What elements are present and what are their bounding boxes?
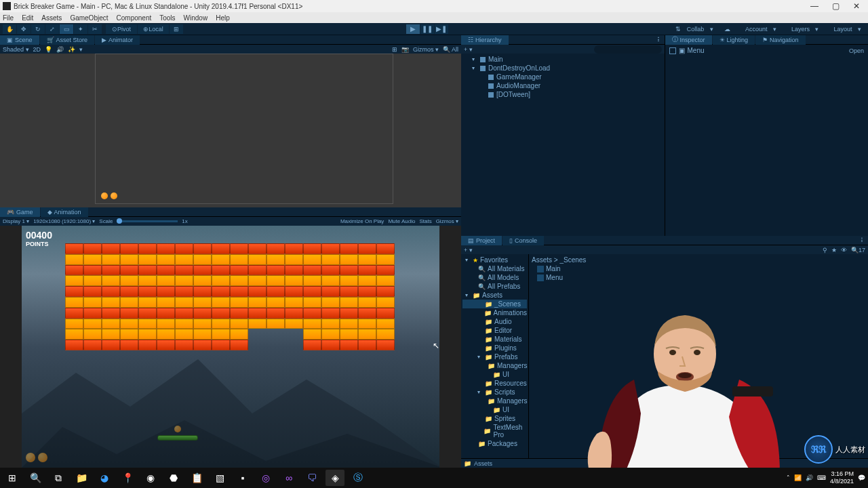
hidden-toggle-icon[interactable]: ▾ bbox=[79, 46, 83, 53]
folder-prefabs[interactable]: ▾📁 Prefabs bbox=[462, 352, 527, 361]
rotate-tool[interactable]: ↻ bbox=[31, 24, 45, 34]
menu-gameobject[interactable]: GameObject bbox=[70, 14, 108, 22]
play-button[interactable]: ▶ bbox=[406, 24, 420, 34]
steam-icon[interactable]: ◉ bbox=[141, 470, 160, 486]
folder-audio[interactable]: 📁 Audio bbox=[462, 317, 527, 326]
display-dropdown[interactable]: Display 1 ▾ bbox=[3, 218, 29, 224]
filter-icon[interactable]: ⚲ bbox=[823, 247, 827, 253]
favorite-search[interactable]: 🔍 All Prefabs bbox=[462, 282, 527, 291]
skype-icon[interactable]: Ⓢ bbox=[349, 470, 368, 486]
app-icon-1[interactable]: ⬣ bbox=[164, 470, 183, 486]
hand-tool[interactable]: ✋ bbox=[3, 24, 16, 34]
maximize-on-play[interactable]: Maximize On Play bbox=[340, 218, 384, 224]
game-view[interactable]: 00400 POINTS bbox=[0, 226, 461, 468]
breadcrumb[interactable]: Assets > _Scenes bbox=[532, 256, 865, 264]
2d-toggle[interactable]: 2D bbox=[33, 46, 41, 53]
step-button[interactable]: ▶❚ bbox=[435, 24, 448, 34]
stats-toggle[interactable]: Stats bbox=[419, 218, 431, 224]
obs-icon[interactable]: ◎ bbox=[256, 470, 275, 486]
tab-scene[interactable]: ▣Scene bbox=[0, 35, 39, 45]
tray-wifi-icon[interactable]: 📶 bbox=[794, 474, 802, 481]
taskview-button[interactable]: ⧉ bbox=[49, 470, 68, 486]
hierarchy-item[interactable]: [DOTween] bbox=[461, 90, 665, 99]
hierarchy-options-icon[interactable]: ⠇ bbox=[657, 37, 662, 43]
favorite-search[interactable]: 🔍 All Materials bbox=[462, 264, 527, 273]
menu-help[interactable]: Help bbox=[216, 14, 230, 22]
tray-lang-icon[interactable]: ⌨ bbox=[817, 474, 826, 481]
menu-tools[interactable]: Tools bbox=[159, 14, 175, 22]
hidden-filter-icon[interactable]: 👁 bbox=[841, 247, 847, 253]
folder-resources[interactable]: 📁 Resources bbox=[462, 379, 527, 388]
visualstudio-icon[interactable]: ∞ bbox=[279, 470, 298, 486]
assets-node[interactable]: ▾📁 Assets bbox=[462, 291, 527, 300]
cloud-icon[interactable]: ☁ bbox=[720, 26, 734, 33]
tab-game[interactable]: 🎮Game bbox=[0, 207, 40, 217]
project-create-dropdown[interactable]: + ▾ bbox=[464, 247, 473, 253]
folder-managers[interactable]: 📁 Managers bbox=[462, 396, 527, 405]
menu-component[interactable]: Component bbox=[117, 14, 152, 22]
menu-window[interactable]: Window bbox=[184, 14, 208, 22]
tab-inspector[interactable]: ⓘInspector bbox=[665, 35, 712, 45]
hierarchy-item[interactable]: ▾DontDestroyOnLoad bbox=[461, 64, 665, 73]
folder-scripts[interactable]: ▾📁 Scripts bbox=[462, 388, 527, 396]
camera-icon[interactable]: 📷 bbox=[401, 46, 409, 53]
collab-dropdown[interactable]: ⇅ Collab ▾ bbox=[671, 26, 717, 33]
snap-toggle[interactable]: ⊞ bbox=[170, 24, 183, 34]
app-icon-2[interactable]: ▧ bbox=[210, 470, 229, 486]
folder-ui[interactable]: 📁 UI bbox=[462, 405, 527, 414]
layout-dropdown[interactable]: Layout ▾ bbox=[825, 26, 865, 33]
favorites-node[interactable]: ▾★ Favorites bbox=[462, 256, 527, 264]
explorer-icon[interactable]: 📁 bbox=[72, 470, 91, 486]
tray-chevron-icon[interactable]: ˄ bbox=[787, 474, 790, 481]
account-dropdown[interactable]: Account ▾ bbox=[737, 26, 781, 33]
pivot-toggle[interactable]: ⊙Pivot bbox=[106, 24, 137, 34]
edge-icon[interactable]: ◕ bbox=[95, 470, 114, 486]
scale-slider[interactable] bbox=[117, 220, 178, 222]
game-gizmos-dropdown[interactable]: Gizmos ▾ bbox=[436, 218, 458, 224]
menu-edit[interactable]: Edit bbox=[22, 14, 33, 22]
local-toggle[interactable]: ⊕Local bbox=[138, 24, 169, 34]
folder-textmesh pro[interactable]: 📁 TextMesh Pro bbox=[462, 423, 527, 439]
tab-hierarchy[interactable]: ☷Hierarchy bbox=[461, 35, 509, 45]
favorite-search[interactable]: 🔍 All Models bbox=[462, 273, 527, 282]
start-button[interactable]: ⊞ bbox=[3, 470, 22, 486]
search-button[interactable]: 🔍 bbox=[26, 470, 45, 486]
project-options-icon[interactable]: ⠇ bbox=[861, 237, 865, 244]
mute-audio[interactable]: Mute Audio bbox=[388, 218, 415, 224]
folder-_scenes[interactable]: 📁 _Scenes bbox=[462, 300, 527, 308]
favorite-filter-icon[interactable]: ★ bbox=[831, 247, 837, 253]
tab-navigation[interactable]: ⚑Navigation bbox=[755, 35, 806, 45]
pause-button[interactable]: ❚❚ bbox=[420, 24, 434, 34]
hierarchy-search[interactable] bbox=[594, 45, 662, 54]
asset-menu[interactable]: Menu bbox=[532, 273, 865, 282]
folder-materials[interactable]: 📁 Materials bbox=[462, 335, 527, 344]
tool-display-icon[interactable]: ⊞ bbox=[392, 46, 397, 53]
folder-ui[interactable]: 📁 UI bbox=[462, 370, 527, 379]
unity-taskbar-icon[interactable]: ◈ bbox=[326, 470, 344, 486]
move-tool[interactable]: ✥ bbox=[17, 24, 31, 34]
folder-editor[interactable]: 📁 Editor bbox=[462, 326, 527, 335]
tab-console[interactable]: ▯Console bbox=[502, 236, 544, 245]
hierarchy-item[interactable]: AudioManager bbox=[461, 81, 665, 90]
notes-icon[interactable]: 📋 bbox=[187, 470, 206, 486]
audio-toggle-icon[interactable]: 🔊 bbox=[56, 46, 64, 53]
app-icon-3[interactable]: ▪ bbox=[233, 470, 252, 486]
discord-icon[interactable]: 🗨 bbox=[302, 470, 321, 486]
folder-managers[interactable]: 📁 Managers bbox=[462, 361, 527, 370]
maximize-button[interactable]: ▢ bbox=[832, 1, 840, 11]
resolution-dropdown[interactable]: 1920x1080 (1920:1080) ▾ bbox=[33, 218, 95, 224]
tab-animator[interactable]: ▶Animator bbox=[95, 35, 140, 45]
notifications-icon[interactable]: 💬 bbox=[858, 474, 865, 481]
scene-search[interactable]: 🔍 All bbox=[443, 46, 458, 53]
gizmos-dropdown[interactable]: Gizmos ▾ bbox=[413, 46, 439, 53]
hierarchy-item[interactable]: ▾Main bbox=[461, 55, 665, 64]
taskbar-clock[interactable]: 3:16 PM 4/8/2021 bbox=[830, 470, 854, 485]
layers-dropdown[interactable]: Layers ▾ bbox=[783, 26, 823, 33]
tray-volume-icon[interactable]: 🔊 bbox=[806, 474, 813, 481]
lighting-toggle-icon[interactable]: 💡 bbox=[45, 46, 52, 53]
maps-icon[interactable]: 📍 bbox=[118, 470, 137, 486]
open-scene-button[interactable]: Open bbox=[849, 47, 864, 54]
tab-project[interactable]: ▤Project bbox=[461, 236, 502, 245]
hierarchy-item[interactable]: GameManager bbox=[461, 73, 665, 81]
menu-file[interactable]: File bbox=[3, 14, 14, 22]
